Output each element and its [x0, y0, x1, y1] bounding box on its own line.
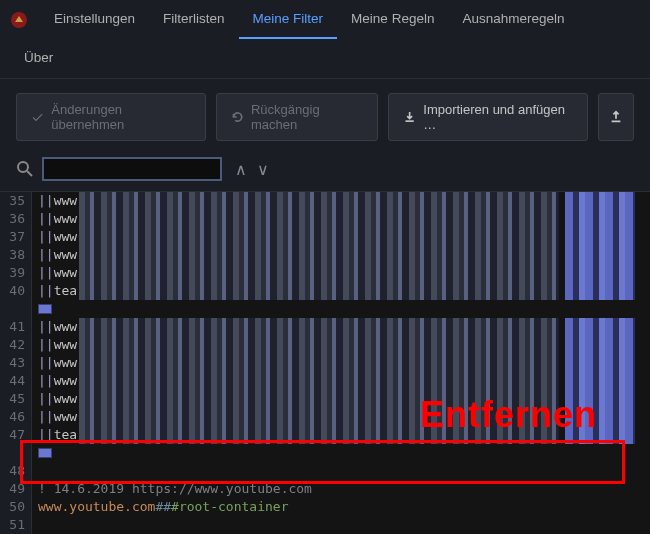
code-line [38, 462, 650, 480]
revert-label: Rückgängig machen [251, 102, 363, 132]
code-line: ||www [38, 390, 650, 408]
code-line: ||tea [38, 426, 650, 444]
line-number: 46 [0, 408, 25, 426]
line-number: 37 [0, 228, 25, 246]
code-line: ||www [38, 264, 650, 282]
line-gutter: 35 36 37 38 39 40 41 42 43 44 45 46 47 4… [0, 192, 32, 534]
line-number: 50 [0, 498, 25, 516]
search-bar: ∧ ∨ [0, 151, 650, 192]
tab-about[interactable]: Über [10, 39, 67, 78]
search-next-button[interactable]: ∨ [252, 158, 274, 180]
tab-filterlists[interactable]: Filterlisten [149, 0, 239, 39]
code-line: ||www [38, 246, 650, 264]
line-number: 42 [0, 336, 25, 354]
code-line: www.youtube.com###root-container [38, 498, 650, 516]
line-number: 48 [0, 462, 25, 480]
tab-whitelist[interactable]: Ausnahmeregeln [448, 0, 578, 39]
tab-myrules[interactable]: Meine Regeln [337, 0, 448, 39]
search-nav: ∧ ∨ [230, 158, 274, 180]
code-line: ||www [38, 372, 650, 390]
line-number: 49 [0, 480, 25, 498]
line-number: 36 [0, 210, 25, 228]
line-number: 35 [0, 192, 25, 210]
upload-icon [609, 110, 623, 124]
import-button[interactable]: Importieren und anfügen … [388, 93, 588, 141]
tab-bar: Einstellungen Filterlisten Meine Filter … [0, 0, 650, 79]
line-number: 43 [0, 354, 25, 372]
download-icon [403, 110, 416, 124]
search-icon [16, 160, 34, 178]
line-number: 40 [0, 282, 25, 300]
line-number: 39 [0, 264, 25, 282]
code-line [38, 444, 650, 462]
line-number: 51 [0, 516, 25, 534]
line-number [0, 444, 25, 462]
check-icon [31, 110, 44, 124]
app-logo-icon [10, 11, 28, 29]
revert-button[interactable]: Rückgängig machen [216, 93, 378, 141]
code-line: ||www [38, 336, 650, 354]
code-line: ||www [38, 408, 650, 426]
line-number: 38 [0, 246, 25, 264]
export-button[interactable] [598, 93, 634, 141]
code-line [38, 516, 650, 534]
toolbar: Änderungen übernehmen Rückgängig machen … [0, 79, 650, 151]
import-label: Importieren und anfügen … [423, 102, 573, 132]
svg-point-1 [18, 162, 28, 172]
code-line: ||www [38, 192, 650, 210]
code-line: ||www [38, 210, 650, 228]
line-number: 47 [0, 426, 25, 444]
apply-label: Änderungen übernehmen [51, 102, 190, 132]
tab-myfilters[interactable]: Meine Filter [239, 0, 338, 39]
code-line: ! 14.6.2019 https://www.youtube.com [38, 480, 650, 498]
code-line [38, 300, 650, 318]
search-input[interactable] [42, 157, 222, 181]
line-number: 44 [0, 372, 25, 390]
line-number: 41 [0, 318, 25, 336]
code-line: ||www [38, 318, 650, 336]
line-number [0, 300, 25, 318]
code-line: ||www [38, 228, 650, 246]
code-line: ||www [38, 354, 650, 372]
tab-settings[interactable]: Einstellungen [40, 0, 149, 39]
search-prev-button[interactable]: ∧ [230, 158, 252, 180]
line-number: 45 [0, 390, 25, 408]
code-area[interactable]: ||www ||www ||www ||www ||www ||tea ||ww… [32, 192, 650, 534]
undo-icon [231, 110, 244, 124]
apply-button[interactable]: Änderungen übernehmen [16, 93, 206, 141]
code-line: ||tea [38, 282, 650, 300]
code-editor[interactable]: 35 36 37 38 39 40 41 42 43 44 45 46 47 4… [0, 192, 650, 534]
